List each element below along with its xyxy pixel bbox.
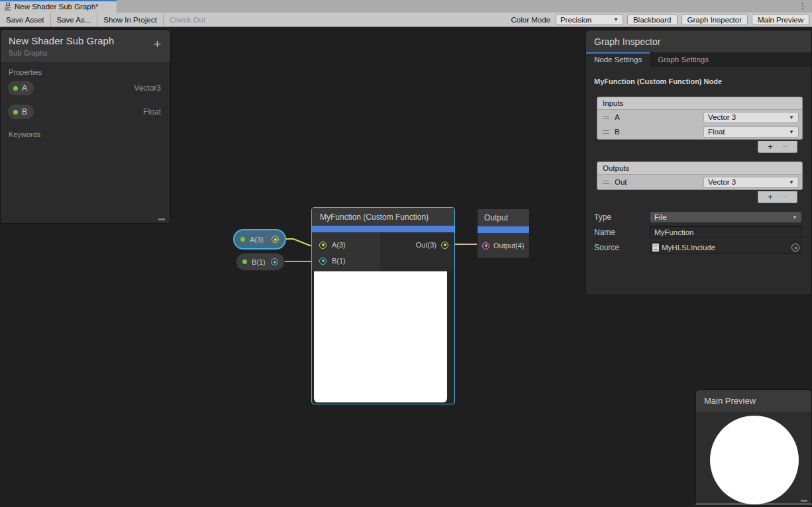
- tab-label: Graph Settings: [658, 56, 709, 64]
- graph-inspector-title[interactable]: Graph Inspector: [586, 30, 811, 52]
- input-type-value: Vector 3: [708, 113, 736, 121]
- property-name: A: [22, 83, 27, 93]
- toolbar-left-group: Save Asset Save As... Show In Project Ch…: [0, 13, 211, 26]
- inputs-list-footer: + −: [758, 141, 797, 153]
- selected-node-title: MyFunction (Custom Function) Node: [586, 67, 811, 85]
- input-port-icon[interactable]: [482, 242, 489, 250]
- output-type-value: Vector 3: [708, 178, 736, 186]
- type-value: File: [654, 213, 667, 221]
- node-port-area: A(3) B(1) Out(3): [312, 232, 454, 271]
- main-preview-title[interactable]: Main Preview: [696, 390, 811, 412]
- color-mode-value: Precision: [560, 16, 591, 24]
- output-port-icon[interactable]: [441, 242, 448, 249]
- tab-label: Node Settings: [594, 56, 642, 64]
- save-as-button[interactable]: Save As...: [51, 13, 98, 26]
- source-label: Source: [594, 243, 650, 252]
- toolbar-right-group: Color Mode Precision ▼ Blackboard Graph …: [511, 14, 812, 25]
- node-output-column: Out(3): [380, 232, 454, 271]
- add-output-button[interactable]: +: [768, 192, 773, 202]
- chevron-down-icon: ▼: [792, 214, 797, 220]
- graph-canvas[interactable]: A(3) B(1) MyFunction (Custom Function) A…: [0, 27, 812, 507]
- node-input-column: A(3) B(1): [312, 232, 380, 271]
- input-row-b: B(1): [312, 253, 380, 269]
- input-port-label: Output(4): [493, 242, 524, 250]
- shader-graph-icon: [4, 3, 11, 11]
- source-field-row: Source MyHLSLInclude: [594, 242, 805, 254]
- show-in-project-button[interactable]: Show In Project: [97, 13, 164, 26]
- input-name: A: [615, 113, 620, 121]
- document-tab[interactable]: New Shader Sub Graph*: [0, 0, 117, 13]
- custom-function-node[interactable]: MyFunction (Custom Function) A(3) B(1) O…: [311, 207, 455, 404]
- tab-graph-settings[interactable]: Graph Settings: [650, 52, 717, 67]
- input-type-dropdown[interactable]: Float ▼: [703, 126, 799, 138]
- resize-handle[interactable]: [158, 218, 165, 220]
- source-value: MyHLSLInclude: [662, 244, 715, 252]
- properties-section-label: Properties: [1, 62, 170, 76]
- property-node-label: A(3): [250, 236, 264, 244]
- input-port-icon[interactable]: [319, 242, 327, 249]
- property-row: B Float: [1, 104, 170, 124]
- node-precision-bar: [312, 226, 454, 232]
- blackboard-header[interactable]: New Shader Sub Graph Sub Graphs +: [1, 30, 170, 62]
- name-input[interactable]: MyFunction: [650, 226, 802, 238]
- source-object-field[interactable]: MyHLSLInclude: [650, 242, 802, 254]
- type-dropdown[interactable]: File ▼: [650, 211, 802, 223]
- property-dot-icon: [13, 110, 18, 115]
- output-port-label: Out(3): [416, 241, 436, 249]
- kebab-menu-icon[interactable]: ⋮: [799, 1, 807, 12]
- tab-title: New Shader Sub Graph*: [15, 2, 99, 11]
- list-row-output-out[interactable]: Out Vector 3 ▼: [597, 175, 802, 189]
- property-type: Float: [143, 107, 161, 116]
- save-asset-button[interactable]: Save Asset: [0, 13, 51, 26]
- main-preview-panel: Main Preview: [695, 389, 812, 505]
- graph-inspector-toggle-button[interactable]: Graph Inspector: [682, 14, 748, 25]
- input-type-value: Float: [708, 128, 725, 136]
- output-row-out: Out(3): [416, 237, 454, 253]
- input-port-label: B(1): [332, 257, 346, 265]
- output-port-icon[interactable]: [272, 236, 279, 243]
- keywords-section-label: Keywords: [1, 124, 170, 138]
- property-node-label: B(1): [252, 258, 266, 266]
- check-out-button: Check Out: [164, 13, 211, 26]
- main-preview-toggle-button[interactable]: Main Preview: [752, 14, 809, 25]
- drag-handle-icon[interactable]: [603, 181, 609, 184]
- blackboard-toggle-button[interactable]: Blackboard: [627, 14, 678, 25]
- output-node[interactable]: Output Output(4): [477, 208, 530, 259]
- blackboard-title: New Shader Sub Graph: [9, 35, 162, 46]
- property-row: A Vector3: [1, 80, 170, 100]
- node-precision-bar: [478, 226, 529, 233]
- input-row-output: Output(4): [478, 233, 529, 258]
- drag-handle-icon[interactable]: [603, 130, 609, 134]
- resize-handle[interactable]: [801, 500, 807, 502]
- file-icon: [652, 244, 659, 252]
- input-port-label: A(3): [332, 241, 346, 249]
- object-picker-icon[interactable]: [791, 244, 799, 252]
- active-tab-indicator: [586, 52, 650, 54]
- chevron-down-icon: ▼: [789, 115, 794, 120]
- add-input-button[interactable]: +: [768, 142, 773, 152]
- property-node-a[interactable]: A(3): [233, 229, 286, 250]
- property-node-b[interactable]: B(1): [236, 253, 285, 271]
- output-type-dropdown[interactable]: Vector 3 ▼: [703, 177, 799, 188]
- output-port-icon[interactable]: [271, 258, 278, 265]
- name-field-row: Name MyFunction: [594, 226, 805, 238]
- blackboard-property-a[interactable]: A: [7, 80, 34, 96]
- color-mode-dropdown[interactable]: Precision ▼: [556, 14, 623, 25]
- node-title: MyFunction (Custom Function): [312, 208, 454, 226]
- input-name: B: [615, 128, 620, 136]
- type-field-row: Type File ▼: [594, 211, 805, 223]
- add-property-button[interactable]: +: [154, 38, 161, 50]
- blackboard-panel: New Shader Sub Graph Sub Graphs + Proper…: [0, 29, 171, 224]
- property-name: B: [22, 107, 27, 116]
- node-title: Output: [478, 209, 529, 226]
- list-row-input-a[interactable]: A Vector 3 ▼: [597, 110, 802, 124]
- blackboard-property-b[interactable]: B: [7, 104, 34, 120]
- outputs-list: Outputs Out Vector 3 ▼: [597, 161, 803, 190]
- tab-node-settings[interactable]: Node Settings: [586, 52, 650, 67]
- list-row-input-b[interactable]: B Float ▼: [597, 124, 802, 139]
- drag-handle-icon[interactable]: [603, 116, 609, 119]
- input-type-dropdown[interactable]: Vector 3 ▼: [703, 112, 799, 123]
- outputs-list-header: Outputs: [597, 162, 802, 175]
- input-port-icon[interactable]: [319, 257, 327, 265]
- chevron-down-icon: ▼: [613, 17, 619, 23]
